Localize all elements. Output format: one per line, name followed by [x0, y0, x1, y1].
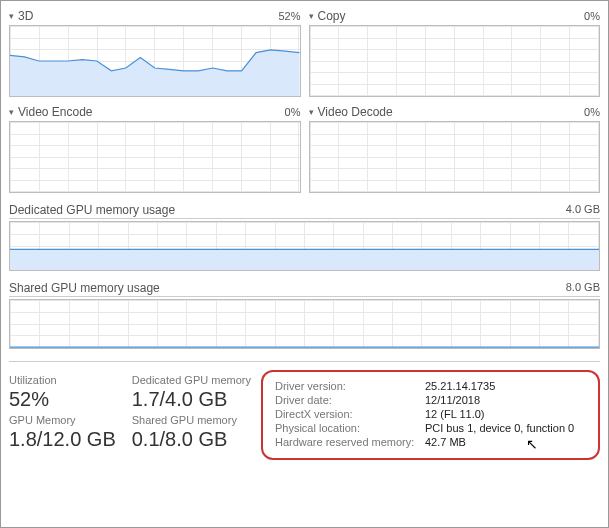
panel-shared-mem: Shared GPU memory usage 8.0 GB: [9, 281, 600, 349]
directx-value: 12 (FL 11.0): [425, 408, 485, 420]
panel-3d[interactable]: ▾ 3D 52%: [9, 9, 301, 97]
location-value: PCI bus 1, device 0, function 0: [425, 422, 574, 434]
chart-copy: [309, 25, 601, 97]
chart-video-encode: [9, 121, 301, 193]
chevron-down-icon: ▾: [309, 11, 314, 21]
chart-dedicated-mem: [9, 221, 600, 271]
reserved-value: 42.7 MB: [425, 436, 466, 448]
panel-3d-pct: 52%: [278, 10, 300, 22]
panel-copy-pct: 0%: [584, 10, 600, 22]
gpumem-label: GPU Memory: [9, 414, 116, 426]
chevron-down-icon: ▾: [9, 107, 14, 117]
chart-shared-mem: [9, 299, 600, 349]
location-label: Physical location:: [275, 422, 425, 434]
panel-video-decode[interactable]: ▾ Video Decode 0%: [309, 105, 601, 193]
driver-date-value: 12/11/2018: [425, 394, 480, 406]
chevron-down-icon: ▾: [9, 11, 14, 21]
directx-label: DirectX version:: [275, 408, 425, 420]
panel-venc-title: Video Encode: [18, 105, 285, 119]
panel-venc-pct: 0%: [285, 106, 301, 118]
chart-video-decode: [309, 121, 601, 193]
driver-date-label: Driver date:: [275, 394, 425, 406]
shared-value: 0.1/8.0 GB: [132, 428, 251, 450]
dedicated-label: Dedicated GPU memory: [132, 374, 251, 386]
driver-version-value: 25.21.14.1735: [425, 380, 495, 392]
panel-3d-title: 3D: [18, 9, 278, 23]
dedicated-mem-max: 4.0 GB: [566, 203, 600, 217]
gpumem-value: 1.8/12.0 GB: [9, 428, 116, 450]
shared-mem-max: 8.0 GB: [566, 281, 600, 295]
shared-mem-label: Shared GPU memory usage: [9, 281, 566, 295]
driver-version-label: Driver version:: [275, 380, 425, 392]
panel-vdec-title: Video Decode: [318, 105, 585, 119]
chart-3d: [9, 25, 301, 97]
svg-rect-0: [10, 249, 599, 270]
reserved-label: Hardware reserved memory:: [275, 436, 425, 448]
panel-vdec-pct: 0%: [584, 106, 600, 118]
panel-copy[interactable]: ▾ Copy 0%: [309, 9, 601, 97]
panel-video-encode[interactable]: ▾ Video Encode 0%: [9, 105, 301, 193]
panel-dedicated-mem: Dedicated GPU memory usage 4.0 GB: [9, 203, 600, 271]
utilization-value: 52%: [9, 388, 116, 410]
utilization-label: Utilization: [9, 374, 116, 386]
panel-copy-title: Copy: [318, 9, 585, 23]
chevron-down-icon: ▾: [309, 107, 314, 117]
dedicated-mem-label: Dedicated GPU memory usage: [9, 203, 566, 217]
divider: [9, 361, 600, 362]
dedicated-value: 1.7/4.0 GB: [132, 388, 251, 410]
shared-label: Shared GPU memory: [132, 414, 251, 426]
driver-info-box: Driver version:25.21.14.1735 Driver date…: [261, 370, 600, 460]
